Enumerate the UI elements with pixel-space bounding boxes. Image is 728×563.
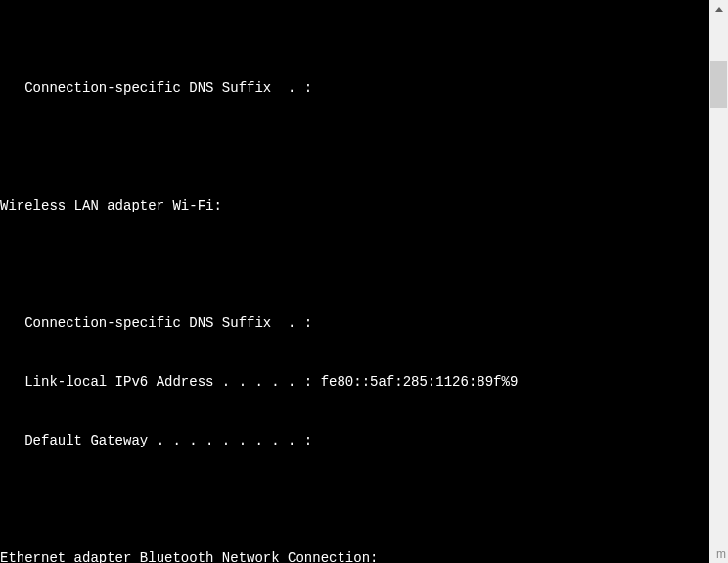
scroll-up-button[interactable]: [709, 0, 728, 18]
output-line: Link-local IPv6 Address . . . . . : fe80…: [0, 372, 709, 392]
output-line: Wireless LAN adapter Wi-Fi:: [0, 196, 709, 215]
output-line: Ethernet adapter Bluetooth Network Conne…: [0, 548, 709, 563]
vertical-scrollbar[interactable]: [709, 0, 728, 563]
output-line: [0, 255, 709, 274]
command-prompt-terminal[interactable]: Connection-specific DNS Suffix . : Wirel…: [0, 0, 709, 563]
output-line: Default Gateway . . . . . . . . . :: [0, 431, 709, 450]
output-line: Connection-specific DNS Suffix . :: [0, 313, 709, 333]
output-line: [0, 137, 709, 157]
scroll-thumb[interactable]: [710, 61, 727, 108]
scroll-track[interactable]: [709, 18, 728, 546]
corner-char: m: [716, 547, 726, 561]
output-line: [0, 490, 709, 509]
output-line: Connection-specific DNS Suffix . :: [0, 78, 709, 98]
terminal-output: Connection-specific DNS Suffix . : Wirel…: [0, 39, 709, 563]
